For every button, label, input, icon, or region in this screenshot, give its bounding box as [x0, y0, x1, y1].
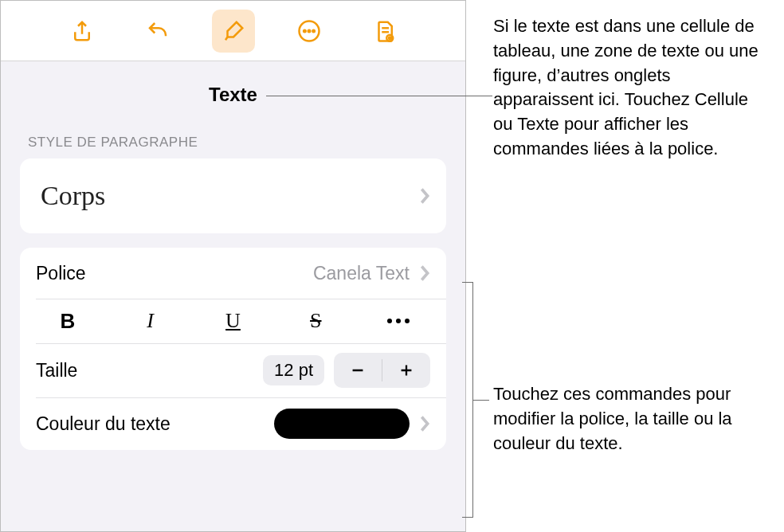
format-button[interactable]	[212, 10, 255, 53]
size-label: Taille	[36, 360, 253, 381]
more-format-button[interactable]	[357, 319, 440, 323]
size-decrement-button[interactable]	[334, 353, 382, 388]
more-icon	[297, 19, 321, 43]
paragraph-style-label: STYLE DE PARAGRAPHE	[1, 112, 465, 158]
toolbar	[1, 1, 465, 61]
size-row: Taille 12 pt	[20, 343, 446, 397]
format-panel: Texte STYLE DE PARAGRAPHE Corps Police C…	[0, 0, 466, 532]
undo-icon	[146, 19, 170, 43]
size-value[interactable]: 12 pt	[263, 355, 324, 385]
doc-options-button[interactable]	[363, 10, 406, 53]
panel-body: Texte STYLE DE PARAGRAPHE Corps Police C…	[1, 61, 465, 531]
paragraph-style-name: Corps	[36, 173, 410, 219]
font-value: Canela Text	[313, 263, 410, 284]
chevron-right-icon	[419, 264, 430, 282]
font-label: Police	[36, 263, 313, 284]
svg-point-3	[312, 29, 315, 32]
brush-icon	[221, 19, 245, 43]
underline-button[interactable]: U	[192, 303, 275, 338]
tab-text[interactable]: Texte	[1, 69, 465, 112]
size-stepper	[334, 353, 430, 388]
callout-line	[266, 96, 492, 96]
italic-button[interactable]: I	[109, 303, 192, 338]
chevron-right-icon	[419, 415, 430, 432]
bold-button[interactable]: B	[26, 303, 109, 338]
plus-icon	[398, 362, 415, 379]
chevron-right-icon	[419, 187, 430, 205]
font-row[interactable]: Police Canela Text	[20, 248, 446, 299]
svg-point-2	[308, 29, 310, 32]
annotation-tabs: Si le texte est dans une cellule de tabl…	[493, 14, 764, 162]
share-button[interactable]	[61, 10, 104, 53]
strikethrough-button[interactable]: S	[274, 303, 357, 338]
text-color-swatch[interactable]	[274, 409, 410, 439]
size-increment-button[interactable]	[382, 353, 430, 388]
callout-line	[473, 400, 489, 401]
text-format-row: B I U S	[20, 299, 446, 343]
doc-icon	[373, 19, 397, 43]
paragraph-style-row[interactable]: Corps	[20, 158, 446, 233]
undo-button[interactable]	[136, 10, 179, 53]
minus-icon	[349, 362, 367, 379]
annotations-area: Si le texte est dans une cellule de tabl…	[466, 0, 784, 532]
share-icon	[70, 19, 94, 43]
callout-bracket	[462, 282, 473, 518]
annotation-font-controls: Touchez ces commandes pour modifier la p…	[493, 382, 764, 456]
paragraph-style-card: Corps	[20, 158, 446, 233]
text-color-row[interactable]: Couleur du texte	[20, 397, 446, 450]
more-button[interactable]	[288, 10, 331, 53]
svg-point-5	[389, 37, 391, 39]
text-color-label: Couleur du texte	[36, 413, 274, 435]
font-card: Police Canela Text B I U S Taille 12 pt	[20, 248, 446, 450]
svg-point-1	[304, 29, 306, 32]
